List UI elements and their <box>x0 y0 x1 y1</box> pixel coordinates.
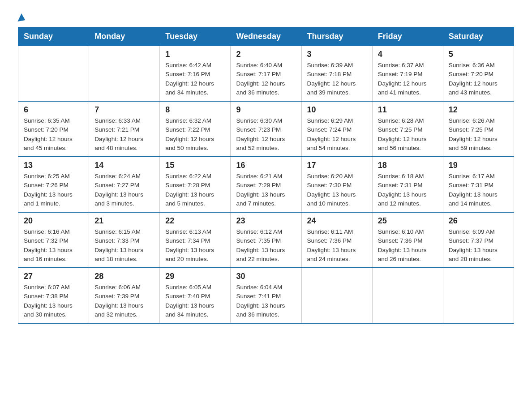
day-info: Sunrise: 6:21 AM Sunset: 7:29 PM Dayligh… <box>236 172 296 208</box>
calendar-cell: 29Sunrise: 6:05 AM Sunset: 7:40 PM Dayli… <box>160 268 231 323</box>
calendar-cell: 24Sunrise: 6:11 AM Sunset: 7:36 PM Dayli… <box>301 212 372 268</box>
calendar-week-4: 20Sunrise: 6:16 AM Sunset: 7:32 PM Dayli… <box>18 212 514 268</box>
weekday-header-wednesday: Wednesday <box>231 27 301 46</box>
logo-arrow-icon <box>17 13 27 24</box>
day-number: 4 <box>378 50 438 59</box>
day-number: 11 <box>378 105 438 115</box>
calendar-cell: 11Sunrise: 6:28 AM Sunset: 7:25 PM Dayli… <box>372 101 443 157</box>
calendar-cell <box>443 268 514 323</box>
calendar-cell: 7Sunrise: 6:33 AM Sunset: 7:21 PM Daylig… <box>89 101 160 157</box>
calendar-cell: 20Sunrise: 6:16 AM Sunset: 7:32 PM Dayli… <box>18 212 89 268</box>
logo-line1 <box>18 13 26 22</box>
day-number: 7 <box>94 105 154 115</box>
day-number: 13 <box>24 161 83 170</box>
day-info: Sunrise: 6:28 AM Sunset: 7:25 PM Dayligh… <box>378 116 438 153</box>
calendar-cell: 6Sunrise: 6:35 AM Sunset: 7:20 PM Daylig… <box>18 101 89 157</box>
calendar-cell: 23Sunrise: 6:12 AM Sunset: 7:35 PM Dayli… <box>231 212 301 268</box>
day-info: Sunrise: 6:37 AM Sunset: 7:19 PM Dayligh… <box>378 61 438 97</box>
day-info: Sunrise: 6:24 AM Sunset: 7:27 PM Dayligh… <box>94 172 154 208</box>
day-info: Sunrise: 6:35 AM Sunset: 7:20 PM Dayligh… <box>24 116 83 153</box>
weekday-header-saturday: Saturday <box>443 27 514 46</box>
weekday-header-sunday: Sunday <box>18 27 89 46</box>
calendar-cell: 1Sunrise: 6:42 AM Sunset: 7:16 PM Daylig… <box>160 46 231 102</box>
day-info: Sunrise: 6:26 AM Sunset: 7:25 PM Dayligh… <box>449 116 508 153</box>
header <box>18 13 514 22</box>
day-number: 28 <box>94 272 154 281</box>
day-info: Sunrise: 6:29 AM Sunset: 7:24 PM Dayligh… <box>307 116 367 153</box>
day-number: 5 <box>449 50 508 59</box>
calendar-cell: 16Sunrise: 6:21 AM Sunset: 7:29 PM Dayli… <box>231 157 301 212</box>
day-number: 20 <box>24 216 83 226</box>
calendar-table: SundayMondayTuesdayWednesdayThursdayFrid… <box>18 27 514 324</box>
day-number: 30 <box>236 272 296 281</box>
day-info: Sunrise: 6:12 AM Sunset: 7:35 PM Dayligh… <box>236 227 296 264</box>
calendar-body: 1Sunrise: 6:42 AM Sunset: 7:16 PM Daylig… <box>18 46 514 324</box>
day-number: 18 <box>378 161 438 170</box>
day-info: Sunrise: 6:30 AM Sunset: 7:23 PM Dayligh… <box>236 116 296 153</box>
day-info: Sunrise: 6:39 AM Sunset: 7:18 PM Dayligh… <box>307 61 367 97</box>
day-info: Sunrise: 6:10 AM Sunset: 7:36 PM Dayligh… <box>378 227 438 264</box>
weekday-header-tuesday: Tuesday <box>160 27 231 46</box>
day-number: 24 <box>307 216 367 226</box>
day-info: Sunrise: 6:20 AM Sunset: 7:30 PM Dayligh… <box>307 172 367 208</box>
day-info: Sunrise: 6:42 AM Sunset: 7:16 PM Dayligh… <box>165 61 225 97</box>
weekday-header-row: SundayMondayTuesdayWednesdayThursdayFrid… <box>18 27 514 46</box>
day-info: Sunrise: 6:04 AM Sunset: 7:41 PM Dayligh… <box>236 283 296 319</box>
calendar-cell: 13Sunrise: 6:25 AM Sunset: 7:26 PM Dayli… <box>18 157 89 212</box>
calendar-cell <box>301 268 372 323</box>
day-info: Sunrise: 6:17 AM Sunset: 7:31 PM Dayligh… <box>449 172 508 208</box>
day-info: Sunrise: 6:22 AM Sunset: 7:28 PM Dayligh… <box>165 172 225 208</box>
day-number: 12 <box>449 105 508 115</box>
calendar-week-2: 6Sunrise: 6:35 AM Sunset: 7:20 PM Daylig… <box>18 101 514 157</box>
calendar-cell: 4Sunrise: 6:37 AM Sunset: 7:19 PM Daylig… <box>372 46 443 102</box>
day-number: 3 <box>307 50 367 59</box>
weekday-header-monday: Monday <box>89 27 160 46</box>
day-info: Sunrise: 6:18 AM Sunset: 7:31 PM Dayligh… <box>378 172 438 208</box>
day-number: 26 <box>449 216 508 226</box>
day-info: Sunrise: 6:15 AM Sunset: 7:33 PM Dayligh… <box>94 227 154 264</box>
day-info: Sunrise: 6:32 AM Sunset: 7:22 PM Dayligh… <box>165 116 225 153</box>
calendar-cell: 5Sunrise: 6:36 AM Sunset: 7:20 PM Daylig… <box>443 46 514 102</box>
calendar-cell: 9Sunrise: 6:30 AM Sunset: 7:23 PM Daylig… <box>231 101 301 157</box>
calendar-cell: 19Sunrise: 6:17 AM Sunset: 7:31 PM Dayli… <box>443 157 514 212</box>
day-info: Sunrise: 6:06 AM Sunset: 7:39 PM Dayligh… <box>94 283 154 319</box>
day-number: 23 <box>236 216 296 226</box>
day-number: 16 <box>236 161 296 170</box>
day-info: Sunrise: 6:16 AM Sunset: 7:32 PM Dayligh… <box>24 227 83 264</box>
day-info: Sunrise: 6:13 AM Sunset: 7:34 PM Dayligh… <box>165 227 225 264</box>
weekday-header-friday: Friday <box>372 27 443 46</box>
day-number: 19 <box>449 161 508 170</box>
day-number: 17 <box>307 161 367 170</box>
logo <box>18 13 26 22</box>
day-number: 21 <box>94 216 154 226</box>
calendar-cell <box>89 46 160 102</box>
calendar-cell: 25Sunrise: 6:10 AM Sunset: 7:36 PM Dayli… <box>372 212 443 268</box>
day-number: 8 <box>165 105 225 115</box>
day-number: 15 <box>165 161 225 170</box>
calendar-cell: 21Sunrise: 6:15 AM Sunset: 7:33 PM Dayli… <box>89 212 160 268</box>
calendar-cell: 12Sunrise: 6:26 AM Sunset: 7:25 PM Dayli… <box>443 101 514 157</box>
day-number: 1 <box>165 50 225 59</box>
calendar-week-5: 27Sunrise: 6:07 AM Sunset: 7:38 PM Dayli… <box>18 268 514 323</box>
calendar-cell: 8Sunrise: 6:32 AM Sunset: 7:22 PM Daylig… <box>160 101 231 157</box>
day-number: 2 <box>236 50 296 59</box>
calendar-cell: 10Sunrise: 6:29 AM Sunset: 7:24 PM Dayli… <box>301 101 372 157</box>
day-info: Sunrise: 6:11 AM Sunset: 7:36 PM Dayligh… <box>307 227 367 264</box>
day-info: Sunrise: 6:09 AM Sunset: 7:37 PM Dayligh… <box>449 227 508 264</box>
weekday-header-thursday: Thursday <box>301 27 372 46</box>
calendar-cell: 22Sunrise: 6:13 AM Sunset: 7:34 PM Dayli… <box>160 212 231 268</box>
calendar-week-1: 1Sunrise: 6:42 AM Sunset: 7:16 PM Daylig… <box>18 46 514 102</box>
calendar-cell: 28Sunrise: 6:06 AM Sunset: 7:39 PM Dayli… <box>89 268 160 323</box>
day-info: Sunrise: 6:36 AM Sunset: 7:20 PM Dayligh… <box>449 61 508 97</box>
calendar-cell: 2Sunrise: 6:40 AM Sunset: 7:17 PM Daylig… <box>231 46 301 102</box>
calendar-cell: 15Sunrise: 6:22 AM Sunset: 7:28 PM Dayli… <box>160 157 231 212</box>
day-number: 27 <box>24 272 83 281</box>
calendar-cell: 14Sunrise: 6:24 AM Sunset: 7:27 PM Dayli… <box>89 157 160 212</box>
day-number: 10 <box>307 105 367 115</box>
day-number: 9 <box>236 105 296 115</box>
day-info: Sunrise: 6:25 AM Sunset: 7:26 PM Dayligh… <box>24 172 83 208</box>
calendar-cell <box>18 46 89 102</box>
day-info: Sunrise: 6:33 AM Sunset: 7:21 PM Dayligh… <box>94 116 154 153</box>
calendar-cell: 30Sunrise: 6:04 AM Sunset: 7:41 PM Dayli… <box>231 268 301 323</box>
day-number: 25 <box>378 216 438 226</box>
